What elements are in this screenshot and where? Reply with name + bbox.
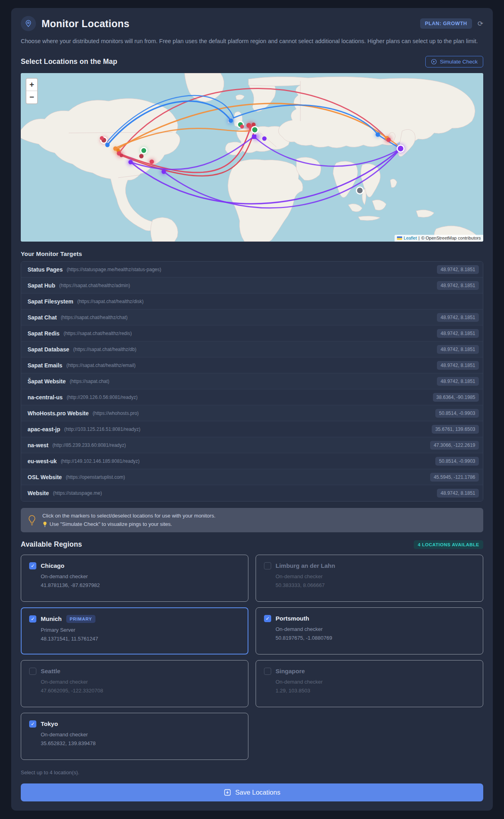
marker-target-blue — [229, 119, 233, 123]
table-row[interactable]: eu-west-uk(http://149.102.146.185:8081/r… — [21, 453, 483, 469]
simulate-check-button[interactable]: Simulate Check — [425, 56, 483, 67]
world-map[interactable]: + − Leaflet | © OpenStreetMap contributo… — [21, 73, 483, 242]
location-pin-icon — [21, 16, 36, 31]
marker-singapore-region — [356, 186, 364, 194]
marker-target-red — [150, 160, 154, 164]
coords-badge: 48.9742, 8.1851 — [437, 377, 479, 386]
checkbox[interactable]: ✓ — [264, 562, 271, 569]
coords-badge: 48.9742, 8.1851 — [437, 281, 479, 290]
table-row[interactable]: na-central-us(http://209.126.0.56:8081/r… — [21, 389, 483, 405]
table-row[interactable]: Sapat Database(https://sapat.chat/health… — [21, 341, 483, 357]
marker-target-purple — [262, 137, 267, 141]
marker-target-purple — [129, 160, 133, 165]
table-row[interactable]: OSL Website(https://openstartuplist.com)… — [21, 469, 483, 485]
marker-target-blue — [376, 133, 380, 137]
marker-target-darkred — [139, 154, 144, 159]
marker-target-red — [100, 136, 104, 140]
map-section-title: Select Locations on the Map — [21, 58, 117, 66]
checkbox[interactable]: ✓ — [29, 615, 36, 623]
marker-target-purple — [252, 135, 256, 139]
save-icon — [224, 789, 231, 796]
region-card-tokyo[interactable]: ✓Tokyo On-demand checker 35.652832, 139.… — [21, 713, 248, 760]
table-row[interactable]: Status Pages(https://statuspage.me/healt… — [21, 262, 483, 278]
selection-limit-note: Select up to 4 location(s). — [21, 769, 483, 775]
osm-credit: © OpenStreetMap contributors — [421, 236, 481, 240]
region-card-singapore[interactable]: ✓Singapore On-demand checker 1.29, 103.8… — [256, 660, 483, 707]
refresh-icon[interactable]: ⟳ — [478, 20, 483, 28]
region-card-munich[interactable]: ✓MunichPRIMARY Primary Server 48.1371541… — [21, 607, 248, 654]
coords-badge: 48.9742, 8.1851 — [437, 329, 479, 338]
save-locations-button[interactable]: Save Locations — [21, 783, 483, 801]
marker-target-red — [120, 154, 123, 157]
marker-target-red — [240, 125, 244, 129]
region-card-limburg[interactable]: ✓Limburg an der Lahn On-demand checker 5… — [256, 555, 483, 602]
map-zoom-control: + − — [26, 78, 38, 104]
checkbox[interactable]: ✓ — [29, 562, 36, 569]
table-row[interactable]: Sapat Redis(https://sapat.chat/healthz/r… — [21, 325, 483, 341]
table-row[interactable]: Sapat Filesystem(https://sapat.chat/heal… — [21, 293, 483, 309]
lightbulb-filled-icon — [42, 521, 48, 527]
table-row[interactable]: Šapat Website(https://sapat.chat)48.9742… — [21, 373, 483, 389]
coords-badge: 50.8514, -0.9903 — [435, 457, 479, 466]
coords-badge: 45.5945, -121.1786 — [430, 473, 479, 482]
marker-chicago-region — [140, 147, 147, 154]
coords-badge: 48.9742, 8.1851 — [437, 489, 479, 498]
checkbox[interactable]: ✓ — [264, 615, 271, 622]
zoom-out-button[interactable]: − — [26, 91, 37, 103]
checkbox[interactable]: ✓ — [29, 720, 36, 728]
map-canvas — [21, 73, 483, 242]
ukraine-flag-icon — [397, 236, 402, 240]
table-row[interactable]: Sapat Chat(https://sapat.chat/healthz/ch… — [21, 309, 483, 325]
zoom-in-button[interactable]: + — [26, 79, 37, 91]
coords-badge: 48.9742, 8.1851 — [437, 313, 479, 322]
coords-badge: 38.6364, -90.1985 — [433, 393, 479, 402]
tip-line2: Use "Simulate Check" to visualize pings … — [50, 520, 172, 528]
marker-target-red — [252, 123, 256, 127]
map-attribution: Leaflet | © OpenStreetMap contributors — [395, 235, 483, 242]
marker-target-red — [387, 138, 391, 142]
lightbulb-icon — [27, 514, 37, 526]
header: Monitor Locations PLAN: GROWTH ⟳ — [21, 16, 483, 31]
region-card-portsmouth[interactable]: ✓Portsmouth On-demand checker 50.8197675… — [256, 607, 483, 654]
region-grid: ✓Chicago On-demand checker 41.8781136, -… — [21, 555, 483, 760]
regions-heading: Available Regions — [21, 540, 82, 549]
tip-banner: Click on the markers to select/deselect … — [21, 508, 483, 532]
checkbox[interactable]: ✓ — [264, 668, 271, 675]
tip-line1: Click on the markers to select/deselect … — [42, 512, 216, 520]
marker-target-purple — [162, 170, 166, 174]
targets-list: Status Pages(https://statuspage.me/healt… — [21, 261, 483, 502]
coords-badge: 35.6761, 139.6503 — [432, 425, 479, 434]
table-row[interactable]: Sapat Hub(https://sapat.chat/healthz/adm… — [21, 278, 483, 293]
plan-badge: PLAN: GROWTH — [420, 18, 472, 29]
marker-target-blue — [105, 143, 110, 147]
leaflet-link[interactable]: Leaflet — [404, 236, 417, 240]
marker-tokyo-region — [397, 145, 405, 153]
coords-badge: 47.3066, -122.2619 — [430, 441, 479, 450]
table-row[interactable]: na-west(http://85.239.233.60:8081/readyz… — [21, 437, 483, 453]
play-circle-icon — [431, 59, 437, 65]
page-title: Monitor Locations — [42, 18, 129, 30]
description-text: Choose where your distributed monitors w… — [21, 37, 483, 46]
primary-badge: PRIMARY — [66, 615, 96, 623]
region-card-chicago[interactable]: ✓Chicago On-demand checker 41.8781136, -… — [21, 555, 248, 602]
table-row[interactable]: apac-east-jp(http://103.125.216.51:8081/… — [21, 421, 483, 437]
targets-heading: Your Monitor Targets — [21, 250, 483, 257]
coords-badge: 50.8514, -0.9903 — [435, 409, 479, 418]
coords-badge: 48.9742, 8.1851 — [437, 345, 479, 354]
table-row[interactable]: Website(https://statuspage.me)48.9742, 8… — [21, 485, 483, 501]
coords-badge: 48.9742, 8.1851 — [437, 361, 479, 370]
marker-munich-region — [251, 126, 259, 134]
checkbox[interactable]: ✓ — [29, 668, 36, 675]
coords-badge: 48.9742, 8.1851 — [437, 265, 479, 274]
table-row[interactable]: Sapat Emails(https://sapat.chat/healthz/… — [21, 357, 483, 373]
monitor-locations-panel: Monitor Locations PLAN: GROWTH ⟳ Choose … — [11, 8, 493, 811]
region-card-seattle[interactable]: ✓Seattle On-demand checker 47.6062095, -… — [21, 660, 248, 707]
table-row[interactable]: WhoHosts.pro Website(https://whohosts.pr… — [21, 405, 483, 421]
locations-available-badge: 4 LOCATIONS AVAILABLE — [414, 540, 483, 549]
